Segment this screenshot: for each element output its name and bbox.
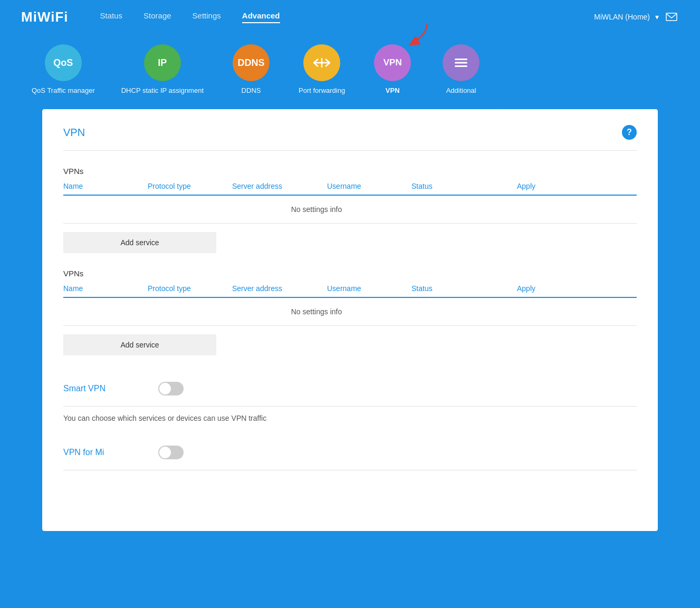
svg-rect-5 [455, 62, 467, 64]
vpn-for-mi-row: VPN for Mi [63, 435, 637, 470]
additional-label: Additional [446, 86, 476, 94]
vpn-table-header-1: Name Protocol type Server address Userna… [63, 182, 637, 196]
col-protocol-2: Protocol type [148, 284, 232, 293]
vpn-empty-row-2: No settings info [63, 298, 637, 326]
vpns-title-2: VPNs [63, 269, 637, 278]
add-service-button-1[interactable]: Add service [63, 232, 216, 253]
col-server-1: Server address [232, 182, 327, 190]
ip-abbr: IP [158, 57, 167, 69]
icon-item-ip[interactable]: IP DHCP static IP assignment [121, 44, 204, 94]
add-service-button-2[interactable]: Add service [63, 334, 216, 355]
logo: MiWiFi [21, 9, 69, 25]
vpn-abbr: VPN [383, 57, 402, 68]
qos-abbr: QoS [53, 57, 73, 69]
nav-item-storage[interactable]: Storage [143, 11, 171, 23]
section-divider [63, 150, 637, 151]
col-name-2: Name [63, 284, 148, 293]
col-username-2: Username [327, 284, 411, 293]
vpn-icon-circle: VPN [374, 44, 411, 81]
section-title-area: VPN ? [63, 125, 637, 140]
vpn-label: VPN [386, 86, 400, 94]
col-apply-1: Apply [517, 182, 570, 190]
vpn-for-mi-toggle[interactable] [158, 446, 184, 459]
mail-icon[interactable] [664, 12, 679, 22]
icon-item-vpn[interactable]: VPN VPN [371, 44, 414, 94]
help-icon[interactable]: ? [622, 125, 637, 140]
no-settings-1: No settings info [63, 205, 570, 214]
pointer-triangle [484, 100, 501, 109]
nav-item-advanced[interactable]: Advanced [242, 11, 280, 23]
network-name: MiWLAN (Home) [594, 13, 650, 21]
nav-item-status[interactable]: Status [100, 11, 123, 23]
red-arrow-icon [392, 21, 429, 47]
icon-bar: QoS QoS Traffic manager IP DHCP static I… [0, 34, 700, 100]
vpns-section-2: VPNs Name Protocol type Server address U… [63, 269, 637, 355]
qos-icon-circle: QoS [45, 44, 82, 81]
smart-vpn-area: Smart VPN You can choose which services … [63, 371, 637, 430]
col-status-1: Status [411, 182, 517, 190]
svg-rect-6 [455, 65, 467, 67]
svg-rect-4 [455, 59, 467, 60]
vpn-empty-row-1: No settings info [63, 196, 637, 224]
vpns-section-1: VPNs Name Protocol type Server address U… [63, 167, 637, 253]
icon-item-ddns[interactable]: DDNS DDNS [230, 44, 272, 94]
portforward-label: Port forwarding [299, 86, 345, 94]
ip-label: DHCP static IP assignment [121, 86, 204, 94]
main-content: VPN ? VPNs Name Protocol type Server add… [42, 109, 658, 531]
vpn-for-mi-label: VPN for Mi [63, 448, 148, 457]
icon-item-additional[interactable]: Additional [440, 44, 482, 94]
ddns-icon-circle: DDNS [233, 44, 270, 81]
smart-vpn-label: Smart VPN [63, 384, 148, 393]
nav-item-settings[interactable]: Settings [193, 11, 221, 23]
icon-item-qos[interactable]: QoS QoS Traffic manager [32, 44, 95, 94]
header-right[interactable]: MiWLAN (Home) ▾ [594, 12, 679, 22]
col-apply-2: Apply [517, 284, 570, 293]
header: MiWiFi Status Storage Settings Advanced … [0, 0, 700, 34]
smart-vpn-toggle[interactable] [158, 382, 184, 395]
ip-icon-circle: IP [144, 44, 181, 81]
portforward-icon-circle [303, 44, 340, 81]
smart-vpn-description: You can choose which services or devices… [63, 407, 637, 430]
ddns-label: DDNS [242, 86, 261, 94]
vpns-title-1: VPNs [63, 167, 637, 176]
svg-rect-0 [666, 13, 677, 21]
ddns-abbr: DDNS [238, 57, 265, 69]
smart-vpn-row: Smart VPN [63, 371, 637, 407]
vpn-for-mi-area: VPN for Mi [63, 435, 637, 470]
col-username-1: Username [327, 182, 411, 190]
pointer-area [42, 100, 658, 109]
icon-item-portforward[interactable]: Port forwarding [299, 44, 345, 94]
vpn-table-header-2: Name Protocol type Server address Userna… [63, 284, 637, 298]
col-protocol-1: Protocol type [148, 182, 232, 190]
nav: Status Storage Settings Advanced [100, 11, 594, 23]
chevron-down-icon: ▾ [655, 13, 659, 21]
col-server-2: Server address [232, 284, 327, 293]
col-name-1: Name [63, 182, 148, 190]
additional-icon-circle [443, 44, 480, 81]
col-status-2: Status [411, 284, 517, 293]
no-settings-2: No settings info [63, 307, 570, 316]
page-title: VPN [63, 127, 85, 139]
qos-label: QoS Traffic manager [32, 86, 95, 94]
